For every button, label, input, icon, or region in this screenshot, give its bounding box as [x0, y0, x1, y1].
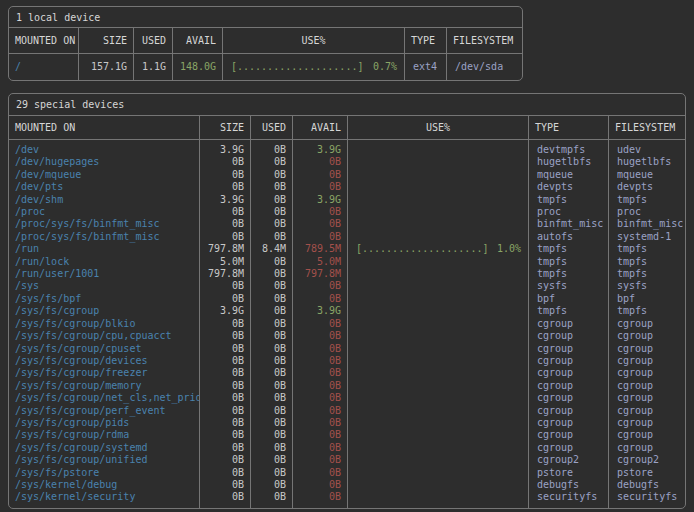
table-row: /proc/sys/fs/binfmt_misc0B0B0Bbinfmt_mis… — [9, 218, 685, 230]
cell-used: 0B — [251, 429, 293, 441]
cell-type: cgroup — [529, 330, 609, 342]
cell-avail: 0B — [293, 429, 348, 441]
cell-filesystem: mqueue — [609, 169, 685, 181]
column-header-type: TYPE — [529, 116, 609, 139]
table-row: /sys/fs/cgroup/blkio0B0B0Bcgroupcgroup — [9, 318, 685, 330]
table-row: /dev3.9G0B3.9Gdevtmpfsudev — [9, 140, 685, 156]
cell-mounted-on: /sys/fs/cgroup/net_cls,net_prio — [9, 392, 200, 404]
usage-bar: [....................] — [231, 54, 363, 80]
cell-size: 0B — [200, 479, 251, 491]
cell-avail: 3.9G — [293, 140, 348, 156]
table-row: /157.1G1.1G148.0G[....................]0… — [9, 54, 522, 80]
cell-filesystem: tmpfs — [609, 194, 685, 206]
cell-used: 0B — [251, 140, 293, 156]
cell-mounted-on: /sys/fs/cgroup/devices — [9, 355, 200, 367]
cell-used: 0B — [251, 392, 293, 404]
cell-use-percent — [348, 367, 529, 379]
cell-avail: 0B — [293, 380, 348, 392]
cell-filesystem: cgroup — [609, 367, 685, 379]
cell-size: 0B — [200, 442, 251, 454]
cell-use-percent — [348, 305, 529, 317]
cell-filesystem: debugfs — [609, 479, 685, 491]
column-header-mounted-on: MOUNTED ON — [9, 28, 79, 53]
cell-filesystem: udev — [609, 140, 685, 156]
cell-avail: 148.0G — [173, 54, 223, 80]
cell-type: binfmt_misc — [529, 218, 609, 230]
cell-filesystem: tmpfs — [609, 305, 685, 317]
cell-type: cgroup — [529, 429, 609, 441]
table-row: /sys/kernel/security0B0B0Bsecurityfssecu… — [9, 491, 685, 507]
cell-mounted-on: /sys/fs/cgroup/cpu,cpuacct — [9, 330, 200, 342]
cell-use-percent — [348, 280, 529, 292]
cell-type: sysfs — [529, 280, 609, 292]
cell-mounted-on: /sys/fs/cgroup/perf_event — [9, 405, 200, 417]
cell-mounted-on: /sys/fs/cgroup/unified — [9, 454, 200, 466]
cell-avail: 0B — [293, 417, 348, 429]
cell-avail: 0B — [293, 330, 348, 342]
cell-used: 0B — [251, 442, 293, 454]
table-row: /dev/mqueue0B0B0Bmqueuemqueue — [9, 169, 685, 181]
cell-avail: 0B — [293, 467, 348, 479]
cell-size: 0B — [200, 367, 251, 379]
cell-mounted-on: /proc/sys/fs/binfmt_misc — [9, 231, 200, 243]
cell-type: bpf — [529, 293, 609, 305]
special-devices-panel: 29 special devices MOUNTED ONSIZEUSEDAVA… — [8, 93, 686, 509]
local-devices-body: /157.1G1.1G148.0G[....................]0… — [9, 54, 522, 80]
column-header-used: USED — [134, 28, 173, 53]
cell-used: 1.1G — [134, 54, 173, 80]
cell-size: 0B — [200, 330, 251, 342]
cell-size: 0B — [200, 318, 251, 330]
cell-size: 0B — [200, 181, 251, 193]
cell-type: cgroup — [529, 367, 609, 379]
cell-use-percent — [348, 218, 529, 230]
cell-avail: 0B — [293, 355, 348, 367]
table-row: /proc/sys/fs/binfmt_misc0B0B0Bautofssyst… — [9, 231, 685, 243]
cell-type: cgroup — [529, 392, 609, 404]
local-devices-header-row: MOUNTED ONSIZEUSEDAVAILUSE%TYPEFILESYSTE… — [9, 28, 522, 54]
cell-mounted-on: /proc/sys/fs/binfmt_misc — [9, 218, 200, 230]
cell-use-percent — [348, 268, 529, 280]
cell-type: cgroup — [529, 318, 609, 330]
table-row: /sys/fs/cgroup/unified0B0B0Bcgroup2cgrou… — [9, 454, 685, 466]
cell-filesystem: tmpfs — [609, 243, 685, 255]
cell-use-percent — [348, 256, 529, 268]
cell-mounted-on: /sys/fs/pstore — [9, 467, 200, 479]
table-row: /run/user/1001797.8M0B797.8Mtmpfstmpfs — [9, 268, 685, 280]
cell-used: 0B — [251, 491, 293, 507]
cell-avail: 0B — [293, 454, 348, 466]
cell-use-percent — [348, 181, 529, 193]
cell-use-percent — [348, 417, 529, 429]
cell-used: 0B — [251, 231, 293, 243]
cell-filesystem: cgroup2 — [609, 454, 685, 466]
cell-filesystem: devpts — [609, 181, 685, 193]
cell-type: autofs — [529, 231, 609, 243]
cell-used: 0B — [251, 206, 293, 218]
cell-avail: 0B — [293, 343, 348, 355]
cell-use-percent — [348, 429, 529, 441]
cell-avail: 3.9G — [293, 194, 348, 206]
cell-avail: 0B — [293, 231, 348, 243]
cell-mounted-on: /sys/fs/cgroup/freezer — [9, 367, 200, 379]
cell-size: 0B — [200, 231, 251, 243]
table-row: /sys/fs/cgroup3.9G0B3.9Gtmpfstmpfs — [9, 305, 685, 317]
cell-mounted-on: /proc — [9, 206, 200, 218]
cell-filesystem: bpf — [609, 293, 685, 305]
cell-type: cgroup — [529, 380, 609, 392]
cell-filesystem: cgroup — [609, 392, 685, 404]
cell-type: cgroup — [529, 405, 609, 417]
column-header-mounted-on: MOUNTED ON — [9, 116, 200, 139]
cell-type: ext4 — [405, 54, 447, 80]
special-devices-header-row: MOUNTED ONSIZEUSEDAVAILUSE%TYPEFILESYSTE… — [9, 116, 685, 140]
table-row: /proc0B0B0Bprocproc — [9, 206, 685, 218]
cell-type: hugetlbfs — [529, 156, 609, 168]
table-row: /sys/fs/cgroup/perf_event0B0B0Bcgroupcgr… — [9, 405, 685, 417]
cell-size: 0B — [200, 405, 251, 417]
cell-use-percent — [348, 380, 529, 392]
cell-type: tmpfs — [529, 268, 609, 280]
cell-used: 0B — [251, 405, 293, 417]
cell-type: cgroup2 — [529, 454, 609, 466]
cell-use-percent — [348, 343, 529, 355]
cell-used: 0B — [251, 417, 293, 429]
table-row: /sys/fs/cgroup/rdma0B0B0Bcgroupcgroup — [9, 429, 685, 441]
table-row: /sys/fs/bpf0B0B0Bbpfbpf — [9, 293, 685, 305]
